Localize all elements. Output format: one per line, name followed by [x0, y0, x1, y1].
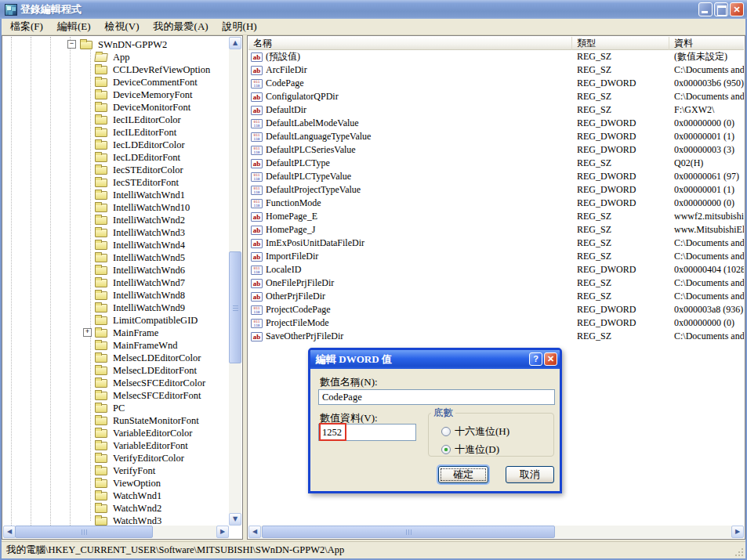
- scroll-right-icon[interactable]: ▶: [216, 526, 229, 538]
- tree-item-DeviceMonitorFont[interactable]: DeviceMonitorFont: [3, 101, 229, 114]
- tree-item-DeviceMemoryFont[interactable]: DeviceMemoryFont: [3, 89, 229, 101]
- table-row-DefaultLabelModeValue[interactable]: 011110DefaultLabelModeValueREG_DWORD0x00…: [248, 117, 744, 130]
- table-row-ImExPosiUnitDataFileDir[interactable]: abImExPosiUnitDataFileDirREG_SZC:\Docume…: [248, 237, 744, 250]
- tree-item-IecLDEditorFont[interactable]: IecLDEditorFont: [3, 151, 229, 164]
- tree-item-IecSTEditorFont[interactable]: IecSTEditorFont: [3, 176, 229, 189]
- tree-item-LimitCompatibleGID[interactable]: LimitCompatibleGID: [3, 314, 229, 327]
- scroll-left-icon[interactable]: ◀: [248, 526, 261, 538]
- tree-item-VerifyEditorColor[interactable]: VerifyEditorColor: [3, 452, 229, 464]
- tree-item-IntelliWatchWnd1[interactable]: IntelliWatchWnd1: [3, 189, 229, 201]
- question-icon[interactable]: ?: [529, 352, 542, 366]
- table-row-ArcFileDir[interactable]: abArcFileDirREG_SZC:\Documents and Se: [248, 63, 744, 77]
- menu-item-favorites[interactable]: 我的最愛(A): [147, 18, 216, 36]
- tree-item-WatchWnd3[interactable]: WatchWnd3: [3, 515, 229, 526]
- hex-radio-icon[interactable]: [441, 427, 451, 436]
- radio-row-hex[interactable]: 十六進位(H): [441, 425, 509, 439]
- menu-item-file[interactable]: 檔案(F): [3, 18, 50, 36]
- table-row-ProjectFileMode[interactable]: 011110ProjectFileModeREG_DWORD0x00000000…: [248, 316, 744, 330]
- column-header-data[interactable]: 資料: [669, 37, 744, 50]
- table-row-DefaultLanguageTypeValue[interactable]: 011110DefaultLanguageTypeValueREG_DWORD0…: [248, 130, 744, 143]
- tree-item-IntelliWatchWnd9[interactable]: IntelliWatchWnd9: [3, 302, 229, 314]
- tree-item-MelsecLDEditorColor[interactable]: MelsecLDEditorColor: [3, 352, 229, 364]
- table-row-HomePage_E[interactable]: abHomePage_EREG_SZwwwf2.mitsubishiele: [248, 210, 744, 223]
- collapse-icon[interactable]: −: [67, 40, 76, 49]
- maximize-button[interactable]: [714, 2, 728, 16]
- tree-item-VariableEditorFont[interactable]: VariableEditorFont: [3, 439, 229, 452]
- scroll-down-icon[interactable]: ▼: [229, 513, 241, 526]
- table-row-(預設值)[interactable]: ab(預設值)REG_SZ(數值未設定): [248, 50, 744, 63]
- expand-icon[interactable]: +: [83, 328, 92, 337]
- table-row-DefaultPLCType[interactable]: abDefaultPLCTypeREG_SZQ02(H): [248, 157, 744, 170]
- table-row-SaveOtherPrjFileDir[interactable]: abSaveOtherPrjFileDirREG_SZC:\Documents …: [248, 330, 744, 343]
- dialog-titlebar[interactable]: 編輯 DWORD 值 ? ✕: [310, 350, 560, 369]
- tree-item-WatchWnd2[interactable]: WatchWnd2: [3, 502, 229, 515]
- table-row-DefaultProjectTypeValue[interactable]: 011110DefaultProjectTypeValueREG_DWORD0x…: [248, 183, 744, 197]
- tree-item-App[interactable]: App: [3, 51, 229, 63]
- tree-item-DeviceCommentFont[interactable]: DeviceCommentFont: [3, 76, 229, 89]
- tree-item-IntelliWatchWnd8[interactable]: IntelliWatchWnd8: [3, 289, 229, 302]
- scroll-up-icon[interactable]: ▲: [229, 37, 241, 49]
- table-row-LocaleID[interactable]: 011110LocaleIDREG_DWORD0x00000404 (1028): [248, 263, 744, 276]
- tree-item-MainFrame[interactable]: +MainFrame: [3, 327, 229, 339]
- tree-item-WatchWnd1[interactable]: WatchWnd1: [3, 490, 229, 502]
- tree-item-VariableEditorColor[interactable]: VariableEditorColor: [3, 427, 229, 439]
- tree-item-RunStateMonitorFont[interactable]: RunStateMonitorFont: [3, 414, 229, 427]
- tree-item-CCLDevRefViewOption[interactable]: CCLDevRefViewOption: [3, 63, 229, 76]
- tree-item-MelsecSFCEditorFont[interactable]: MelsecSFCEditorFont: [3, 389, 229, 402]
- table-row-OtherPrjFileDir[interactable]: abOtherPrjFileDirREG_SZC:\Documents and …: [248, 290, 744, 303]
- tree-item-IntelliWatchWnd2[interactable]: IntelliWatchWnd2: [3, 214, 229, 226]
- tree-item-IecILEditorFont[interactable]: IecILEditorFont: [3, 126, 229, 139]
- tree-item-SWnDN-GPPW2[interactable]: −SWnDN-GPPW2: [3, 38, 229, 51]
- table-row-DefaultDir[interactable]: abDefaultDirREG_SZF:\GXW2\: [248, 103, 744, 117]
- table-row-DefaultPLCSeriesValue[interactable]: 011110DefaultPLCSeriesValueREG_DWORD0x00…: [248, 143, 744, 157]
- menu-item-help[interactable]: 說明(H): [216, 18, 264, 36]
- table-row-HomePage_J[interactable]: abHomePage_JREG_SZwww.MitsubishiElect: [248, 223, 744, 237]
- x-icon[interactable]: ✕: [544, 352, 557, 366]
- radio-row-dec[interactable]: 十進位(D): [441, 443, 499, 457]
- tree-horizontal-scrollbar[interactable]: ◀ ▶: [3, 526, 229, 538]
- dec-radio-icon[interactable]: [441, 445, 451, 454]
- close-button[interactable]: [730, 2, 744, 16]
- ok-button[interactable]: 確定: [438, 466, 488, 483]
- table-row-ConfigulatorQPDir[interactable]: abConfigulatorQPDirREG_SZC:\Documents an…: [248, 90, 744, 103]
- tree-item-IntelliWatchWnd4[interactable]: IntelliWatchWnd4: [3, 239, 229, 251]
- tree-item-IntelliWatchWnd10[interactable]: IntelliWatchWnd10: [3, 201, 229, 214]
- menu-item-edit[interactable]: 編輯(E): [50, 18, 98, 36]
- tree-item-IntelliWatchWnd5[interactable]: IntelliWatchWnd5: [3, 251, 229, 264]
- tree-vertical-scrollbar[interactable]: ▲ ▼: [229, 37, 241, 526]
- list-horizontal-scrollbar[interactable]: ◀ ▶: [248, 526, 744, 538]
- table-row-FunctionMode[interactable]: 011110FunctionModeREG_DWORD0x00000000 (0…: [248, 197, 744, 210]
- tree-item-IntelliWatchWnd7[interactable]: IntelliWatchWnd7: [3, 276, 229, 289]
- scrollbar-thumb[interactable]: [15, 526, 153, 538]
- scroll-right-icon[interactable]: ▶: [731, 526, 744, 538]
- tree-item-VerifyFont[interactable]: VerifyFont: [3, 464, 229, 477]
- table-row-ImportFileDir[interactable]: abImportFileDirREG_SZC:\Documents and Se: [248, 250, 744, 263]
- tree-item-IecSTEditorColor[interactable]: IecSTEditorColor: [3, 164, 229, 176]
- cancel-button[interactable]: 取消: [506, 466, 554, 483]
- scroll-left-icon[interactable]: ◀: [3, 526, 16, 538]
- tree-item-IntelliWatchWnd6[interactable]: IntelliWatchWnd6: [3, 264, 229, 276]
- tree-item-label: VerifyEditorColor: [113, 452, 184, 464]
- column-header-type[interactable]: 類型: [572, 37, 669, 50]
- tree-item-PC[interactable]: PC: [3, 402, 229, 414]
- tree-item-MelsecLDEditorFont[interactable]: MelsecLDEditorFont: [3, 364, 229, 377]
- minimize-button[interactable]: [698, 2, 713, 16]
- tree-item-IecLDEditorColor[interactable]: IecLDEditorColor: [3, 139, 229, 151]
- scrollbar-thumb[interactable]: [262, 526, 555, 538]
- tree-item-MelsecSFCEditorColor[interactable]: MelsecSFCEditorColor: [3, 377, 229, 389]
- table-row-CodePage[interactable]: 011110CodePageREG_DWORD0x000003b6 (950): [248, 77, 744, 90]
- value-name-field[interactable]: CodePage: [318, 389, 555, 405]
- tree-item-ViewOption[interactable]: ViewOption: [3, 477, 229, 490]
- scrollbar-thumb[interactable]: [229, 251, 241, 363]
- table-row-ProjectCodePage[interactable]: 011110ProjectCodePageREG_DWORD0x000003a8…: [248, 303, 744, 316]
- tree-item-label: IntelliWatchWnd8: [113, 289, 185, 302]
- tree-item-IecILEditorColor[interactable]: IecILEditorColor: [3, 114, 229, 126]
- titlebar[interactable]: 登錄編輯程式: [0, 0, 747, 19]
- table-row-DefaultPLCTypeValue[interactable]: 011110DefaultPLCTypeValueREG_DWORD0x0000…: [248, 170, 744, 183]
- column-header-name[interactable]: 名稱: [248, 37, 572, 50]
- resize-grip[interactable]: [734, 547, 745, 558]
- menu-item-view[interactable]: 檢視(V): [98, 18, 147, 36]
- tree-item-MainFrameWnd[interactable]: MainFrameWnd: [3, 339, 229, 352]
- table-row-OneFilePrjFileDir[interactable]: abOneFilePrjFileDirREG_SZC:\Documents an…: [248, 276, 744, 290]
- tree-item-IntelliWatchWnd3[interactable]: IntelliWatchWnd3: [3, 226, 229, 239]
